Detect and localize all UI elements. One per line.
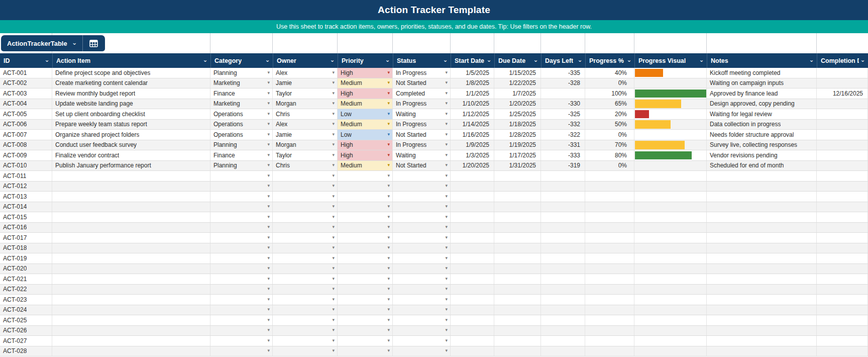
cell-days_left[interactable] — [541, 315, 585, 325]
cell-start_date[interactable] — [451, 295, 494, 305]
cell-progress_visual[interactable] — [634, 182, 707, 192]
dropdown-arrow-icon[interactable]: ▾ — [267, 245, 270, 250]
cell-completion_date[interactable] — [817, 182, 868, 192]
cell-category[interactable]: Operations▾ — [210, 109, 273, 119]
filter-chevron-icon[interactable]: ⌄ — [576, 56, 584, 63]
dropdown-arrow-icon[interactable]: ▾ — [387, 80, 390, 85]
cell-category[interactable]: ▾ — [210, 295, 273, 305]
cell-due_date[interactable]: 1/15/2025 — [494, 68, 541, 78]
dropdown-arrow-icon[interactable]: ▾ — [267, 287, 270, 291]
cell-days_left[interactable]: -335 — [541, 68, 585, 78]
dropdown-arrow-icon[interactable]: ▾ — [267, 184, 270, 188]
cell-action_item[interactable] — [52, 315, 210, 325]
cell-progress_pct[interactable] — [585, 171, 634, 181]
cell-category[interactable]: Planning▾ — [210, 68, 273, 78]
cell-days_left[interactable] — [541, 346, 585, 356]
dropdown-arrow-icon[interactable]: ▾ — [387, 163, 390, 167]
cell-days_left[interactable] — [541, 326, 585, 336]
cell-days_left[interactable] — [541, 253, 585, 263]
cell-completion_date[interactable] — [817, 130, 868, 140]
cell-progress_pct[interactable] — [585, 192, 634, 202]
cell-completion_date[interactable] — [817, 233, 868, 243]
cell-id[interactable]: ACT-013 — [0, 192, 52, 202]
cell-priority[interactable]: ▾ — [338, 171, 393, 181]
cell-progress_visual[interactable] — [634, 274, 707, 284]
cell-notes[interactable] — [707, 253, 817, 263]
cell-priority[interactable]: ▾ — [338, 212, 393, 222]
cell-status[interactable]: ▾ — [393, 171, 451, 181]
cell-completion_date[interactable] — [817, 192, 868, 202]
cell-progress_pct[interactable] — [585, 253, 634, 263]
dropdown-arrow-icon[interactable]: ▾ — [445, 215, 448, 219]
cell-start_date[interactable] — [451, 233, 494, 243]
cell-days_left[interactable] — [541, 295, 585, 305]
dropdown-arrow-icon[interactable]: ▾ — [387, 235, 390, 240]
filter-chevron-icon[interactable]: ⌄ — [442, 56, 449, 63]
cell-priority[interactable]: Low▾ — [338, 130, 393, 140]
cell-progress_pct[interactable] — [585, 233, 634, 243]
dropdown-arrow-icon[interactable]: ▾ — [445, 348, 448, 353]
column-header-due_date[interactable]: Due Date⌄ — [494, 53, 541, 68]
cell-start_date[interactable] — [451, 212, 494, 222]
cell-status[interactable]: Completed▾ — [393, 88, 451, 99]
cell-completion_date[interactable] — [817, 140, 868, 150]
cell-notes[interactable] — [707, 336, 817, 346]
dropdown-arrow-icon[interactable]: ▾ — [445, 194, 448, 199]
cell-owner[interactable]: ▾ — [273, 264, 338, 274]
cell-action_item[interactable]: Update website landing page — [52, 99, 210, 109]
cell-progress_pct[interactable] — [585, 285, 634, 295]
cell-category[interactable]: ▾ — [210, 336, 273, 346]
cell-progress_pct[interactable] — [585, 305, 634, 315]
column-header-owner[interactable]: Owner⌄ — [273, 53, 338, 68]
cell-id[interactable]: ACT-012 — [0, 182, 52, 192]
cell-id[interactable]: ACT-028 — [0, 346, 52, 356]
cell-progress_pct[interactable] — [585, 264, 634, 274]
cell-category[interactable]: ▾ — [210, 305, 273, 315]
cell-progress_visual[interactable] — [634, 109, 707, 119]
cell-days_left[interactable] — [541, 285, 585, 295]
dropdown-arrow-icon[interactable]: ▾ — [445, 307, 448, 312]
cell-progress_visual[interactable] — [634, 99, 707, 109]
cell-start_date[interactable] — [451, 264, 494, 274]
cell-notes[interactable]: Approved by finance lead — [707, 88, 817, 99]
cell-priority[interactable]: ▾ — [338, 192, 393, 202]
cell-owner[interactable]: ▾ — [273, 346, 338, 356]
cell-start_date[interactable] — [451, 171, 494, 181]
cell-days_left[interactable] — [541, 223, 585, 233]
cell-priority[interactable]: Low▾ — [338, 109, 393, 119]
cell-id[interactable]: ACT-027 — [0, 336, 52, 346]
cell-start_date[interactable]: 1/3/2025 — [451, 150, 494, 160]
chevron-down-icon[interactable]: ⌄ — [72, 39, 77, 46]
cell-completion_date[interactable] — [817, 336, 868, 346]
cell-due_date[interactable] — [494, 243, 541, 253]
cell-status[interactable]: Waiting▾ — [393, 150, 451, 160]
dropdown-arrow-icon[interactable]: ▾ — [387, 256, 390, 260]
cell-action_item[interactable] — [52, 326, 210, 336]
cell-days_left[interactable] — [541, 243, 585, 253]
cell-due_date[interactable] — [494, 264, 541, 274]
cell-category[interactable]: ▾ — [210, 202, 273, 212]
filter-chevron-icon[interactable]: ⌄ — [264, 56, 271, 63]
cell-completion_date[interactable]: 12/16/2025 — [817, 88, 868, 99]
cell-category[interactable]: ▾ — [210, 346, 273, 356]
dropdown-arrow-icon[interactable]: ▾ — [387, 204, 390, 209]
filter-chevron-icon[interactable]: ⌄ — [625, 56, 633, 63]
cell-days_left[interactable]: -330 — [541, 99, 585, 109]
cell-completion_date[interactable] — [817, 212, 868, 222]
cell-progress_visual[interactable] — [634, 253, 707, 263]
dropdown-arrow-icon[interactable]: ▾ — [445, 184, 448, 188]
dropdown-arrow-icon[interactable]: ▾ — [267, 348, 270, 353]
filter-chevron-icon[interactable]: ⌄ — [808, 56, 815, 63]
cell-owner[interactable]: Taylor▾ — [273, 150, 338, 160]
dropdown-arrow-icon[interactable]: ▾ — [267, 225, 270, 229]
dropdown-arrow-icon[interactable]: ▾ — [445, 112, 448, 116]
filter-chevron-icon[interactable]: ⌄ — [329, 56, 336, 63]
cell-id[interactable]: ACT-005 — [0, 109, 52, 119]
cell-action_item[interactable] — [52, 346, 210, 356]
cell-owner[interactable]: ▾ — [273, 212, 338, 222]
dropdown-arrow-icon[interactable]: ▾ — [332, 194, 335, 199]
cell-action_item[interactable]: Conduct user feedback survey — [52, 140, 210, 150]
cell-status[interactable]: ▾ — [393, 274, 451, 284]
cell-due_date[interactable] — [494, 285, 541, 295]
dropdown-arrow-icon[interactable]: ▾ — [445, 91, 448, 96]
